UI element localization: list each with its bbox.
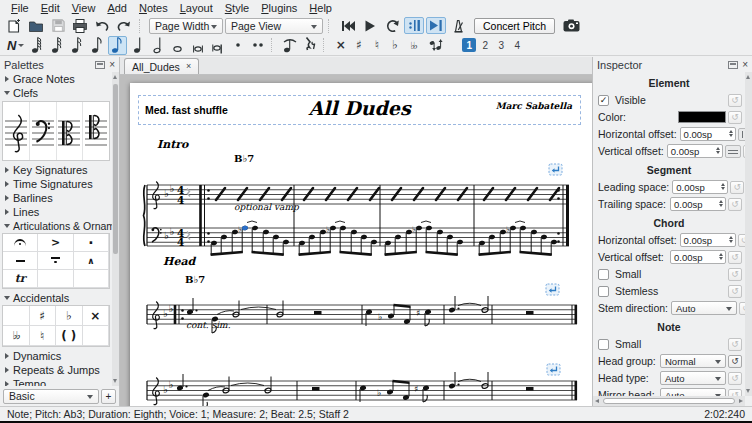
workspace-combobox[interactable]: Basic <box>3 389 99 404</box>
palette-item-dynamics[interactable]: Dynamics <box>0 349 112 363</box>
voice-2-button[interactable]: 2 <box>478 38 492 52</box>
flat-button[interactable]: ♭ <box>386 36 403 55</box>
close-icon[interactable]: × <box>742 60 748 70</box>
concert-pitch-button[interactable]: Concert Pitch <box>474 18 555 34</box>
flat-cell[interactable]: ♭ <box>56 306 83 326</box>
menu-layout[interactable]: Layout <box>174 1 219 15</box>
augmentation-dot-button[interactable] <box>228 36 247 55</box>
tab-close-icon[interactable]: × <box>186 62 191 71</box>
open-file-button[interactable] <box>26 17 46 34</box>
line-break-icon[interactable] <box>549 164 562 175</box>
note-8th-alt-button[interactable] <box>88 36 107 55</box>
voice-1-button[interactable]: 1 <box>462 38 476 52</box>
reset-button[interactable]: ↺ <box>728 94 742 107</box>
bass-vamp-notes[interactable] <box>211 221 558 255</box>
leading-space-spinbox[interactable]: 0.00sp <box>672 180 728 194</box>
palette-item-repeats-jumps[interactable]: Repeats & Jumps <box>0 363 112 377</box>
stem-direction-combobox[interactable]: Auto <box>671 301 737 315</box>
menu-help[interactable]: Help <box>303 1 338 15</box>
natural-button[interactable]: ♮ <box>368 36 385 55</box>
palette-item-clefs[interactable]: Clefs <box>0 86 112 100</box>
trill-cell[interactable]: tr <box>3 270 38 288</box>
reset-button[interactable]: ↺ <box>730 181 744 194</box>
new-score-button[interactable] <box>4 17 24 34</box>
play-button[interactable] <box>360 17 380 34</box>
empty-cell[interactable] <box>3 306 30 326</box>
note-64th-button[interactable] <box>28 36 47 55</box>
scroll-left-icon[interactable] <box>595 399 599 403</box>
view-mode-combobox[interactable]: Page View <box>225 18 323 34</box>
note-eighth-button-selected[interactable] <box>108 36 127 55</box>
close-icon[interactable]: × <box>109 60 115 70</box>
reset-button[interactable]: ↺ <box>728 198 742 211</box>
menu-notes[interactable]: Notes <box>133 1 174 15</box>
score-canvas[interactable]: Med. fast shuffle All Dudes Marc Sabatel… <box>120 75 592 406</box>
note-small-checkbox[interactable] <box>598 339 609 350</box>
screenshot-button[interactable] <box>561 17 581 34</box>
scrollbar-thumb[interactable] <box>603 398 735 404</box>
inspector-horizontal-scrollbar[interactable] <box>593 396 745 406</box>
zoom-combobox[interactable]: Page Width <box>149 18 223 34</box>
note-whole-button[interactable] <box>168 36 187 55</box>
reset-button[interactable]: ↺ <box>728 111 742 124</box>
reset-button[interactable]: ↺ <box>728 251 742 264</box>
double-flat-cell[interactable]: ♭♭ <box>3 326 30 346</box>
palette-item-barlines[interactable]: Barlines <box>0 191 112 205</box>
treble-clef[interactable] <box>153 182 160 209</box>
bass-clef-cell[interactable] <box>30 102 57 160</box>
marcato-cell[interactable]: ∧ <box>74 252 109 270</box>
head-group-combobox[interactable]: Normal <box>660 354 726 368</box>
note-half-button[interactable] <box>148 36 167 55</box>
double-sharp-button[interactable]: × <box>332 36 349 55</box>
chord-v-offset-spinbox[interactable]: 0.00sp <box>670 250 726 264</box>
inspector-vertical-scrollbar[interactable] <box>745 72 752 396</box>
tenor-clef-cell[interactable] <box>83 102 109 160</box>
add-palette-button[interactable]: + <box>101 389 116 404</box>
parentheses-cell[interactable]: ( ) <box>56 326 83 346</box>
scroll-right-icon[interactable] <box>739 399 743 403</box>
visible-checkbox[interactable]: ✓ <box>598 95 609 106</box>
note-32nd-button[interactable] <box>48 36 67 55</box>
flip-direction-button[interactable] <box>426 36 445 55</box>
head-type-combobox[interactable]: Auto <box>660 371 726 385</box>
invisible-rests[interactable] <box>187 189 190 240</box>
v-offset-spinbox[interactable]: 0.00sp <box>667 144 723 158</box>
scroll-up-icon[interactable] <box>746 75 750 79</box>
play-repeats-toggle[interactable] <box>404 17 424 34</box>
palette-item-articulations[interactable]: Articulations & Ornaments <box>0 219 112 233</box>
snap-vertical-icon[interactable] <box>725 145 741 158</box>
system-3[interactable]: ♭♭ <box>147 364 577 406</box>
empty-cell[interactable] <box>74 270 109 288</box>
stemless-checkbox[interactable] <box>598 286 609 297</box>
staccato-cell[interactable]: · <box>74 234 109 252</box>
score-page[interactable]: Med. fast shuffle All Dudes Marc Sabatel… <box>130 83 592 406</box>
scroll-down-icon[interactable] <box>113 379 117 383</box>
palette-item-key-signatures[interactable]: Key Signatures <box>0 163 112 177</box>
note-input-mode-button[interactable]: N <box>4 38 27 53</box>
reset-button[interactable]: ↺ <box>738 234 745 247</box>
pan-score-toggle[interactable] <box>426 17 446 34</box>
double-sharp-cell[interactable]: × <box>83 306 110 326</box>
reset-button[interactable]: ↺ <box>728 372 742 385</box>
color-swatch[interactable] <box>678 111 726 123</box>
chord-h-offset-spinbox[interactable]: 0.00sp <box>680 233 736 247</box>
undock-icon[interactable] <box>728 61 738 69</box>
sheet-music[interactable]: ♭ <box>130 83 592 406</box>
bass-clef[interactable] <box>152 228 162 242</box>
time-signature[interactable]: 44 44 <box>177 184 184 249</box>
sharp-button[interactable]: ♯ <box>350 36 367 55</box>
note-longa-button[interactable] <box>208 36 227 55</box>
natural-cell[interactable]: ♮ <box>30 326 57 346</box>
menu-plugins[interactable]: Plugins <box>255 1 303 15</box>
note-quarter-button[interactable] <box>128 36 147 55</box>
portato-cell[interactable] <box>38 252 73 270</box>
save-button[interactable] <box>48 17 68 34</box>
empty-cell[interactable] <box>83 326 110 346</box>
treble-clef[interactable] <box>153 302 160 329</box>
reset-button[interactable]: ↺ <box>728 389 742 397</box>
reset-button[interactable]: ↺ <box>728 338 742 351</box>
rest-button[interactable] <box>300 36 319 55</box>
snap-horizontal-icon[interactable] <box>738 128 745 141</box>
reset-button[interactable]: ↺ <box>728 285 742 298</box>
undo-button[interactable] <box>92 17 112 34</box>
